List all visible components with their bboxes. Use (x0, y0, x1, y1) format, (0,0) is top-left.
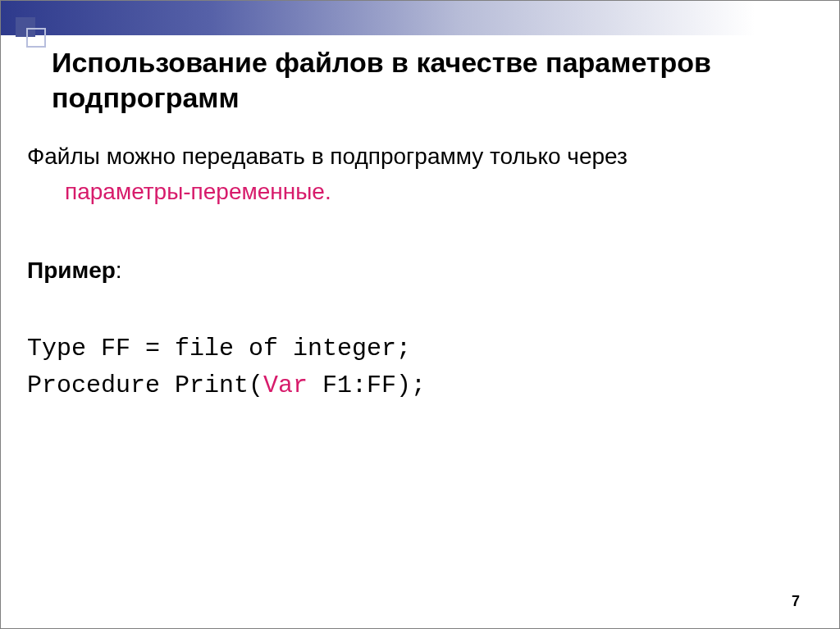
spacer (27, 210, 790, 253)
page-number: 7 (792, 593, 800, 610)
example-label: Пример (27, 258, 116, 283)
code-line2c: F1:FF); (308, 371, 426, 399)
decor-square-outline (26, 28, 46, 48)
example-label-line: Пример: (27, 253, 790, 288)
intro-part1: Файлы можно передавать в подпрограмму то… (27, 144, 628, 169)
slide-title: Использование файлов в качестве параметр… (52, 45, 774, 115)
slide-body: Файлы можно передавать в подпрограмму то… (27, 139, 790, 404)
intro-highlight: параметры-переменные. (65, 179, 331, 204)
code-block: Type FF = file of integer; Procedure Pri… (27, 330, 790, 404)
spacer2 (27, 288, 790, 330)
code-line2-var: Var (263, 371, 308, 399)
example-colon: : (116, 258, 122, 283)
code-line1: Type FF = file of integer; (27, 335, 411, 362)
intro-text: Файлы можно передавать в подпрограмму то… (27, 139, 790, 210)
slide: Использование файлов в качестве параметр… (0, 0, 840, 629)
header-gradient (1, 1, 839, 35)
code-line2a: Procedure Print( (27, 371, 263, 399)
